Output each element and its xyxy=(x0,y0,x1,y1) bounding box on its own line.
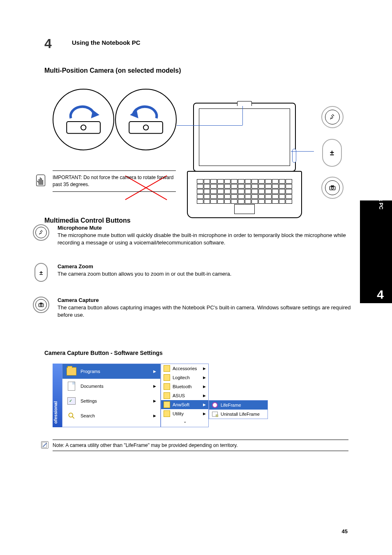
camera-icon xyxy=(35,299,47,311)
side-tab-number: 4 xyxy=(377,288,384,302)
plus-minus-icon: ± xyxy=(39,269,43,276)
arrow-right-icon: ▶ xyxy=(153,384,156,388)
svg-rect-1 xyxy=(67,122,100,134)
folder-icon xyxy=(164,410,170,417)
menu-column-1: Programs ▶ Documents ▶ ✓ Settings ▶ Sear… xyxy=(62,364,161,427)
start-menu: ofessional Programs ▶ Documents ▶ ✓ Sett… xyxy=(53,364,268,427)
menu-lifeframe[interactable]: LifeFrame xyxy=(209,401,267,410)
menu-item-label: Accessories xyxy=(173,366,197,371)
winxp-sidebar: ofessional xyxy=(53,364,62,427)
leader-line xyxy=(242,106,243,125)
svg-line-13 xyxy=(72,417,74,419)
folder-icon xyxy=(164,374,170,381)
mic-button-text: Microphone MuteThe microphone mute butto… xyxy=(58,224,353,247)
winxp-sidebar-text: ofessional xyxy=(53,401,58,424)
zoom-icon-callout: ± xyxy=(322,139,342,167)
arrow-right-icon: ▶ xyxy=(203,375,206,380)
camera-rotate-ok-diagram xyxy=(53,89,114,150)
plus-minus-icon: ± xyxy=(330,149,334,157)
note-text: Note: A camera utility other than "LifeF… xyxy=(53,442,238,448)
arrow-right-icon: ▶ xyxy=(203,403,206,407)
menu-item-label: Uninstall LifeFrame xyxy=(221,412,260,417)
subsection-heading: Camera Capture Button - Software Setting… xyxy=(44,349,163,357)
menu-documents[interactable]: Documents ▶ xyxy=(62,379,160,394)
menu-accessories[interactable]: Accessories▶ xyxy=(161,364,208,373)
caution-box: IMPORTANT: Do not force the camera to ro… xyxy=(53,170,176,192)
note-icon xyxy=(41,441,48,449)
settings-icon: ✓ xyxy=(67,396,76,406)
mic-button-icon xyxy=(33,224,49,241)
zoom-button-icon: ± xyxy=(35,263,48,282)
menu-column-2: Accessories▶ Logitech▶ Bluetooth▶ ASUS▶ … xyxy=(161,364,209,427)
menu-item-label: Documents xyxy=(81,384,104,389)
folder-icon xyxy=(67,366,76,376)
menu-column-3: LifeFrame Uninstall LifeFrame xyxy=(209,400,268,419)
leader-line xyxy=(291,151,314,152)
camera-icon-callout xyxy=(321,177,344,199)
menu-uninstall-lifeframe[interactable]: Uninstall LifeFrame xyxy=(209,410,267,419)
menu-bluetooth[interactable]: Bluetooth▶ xyxy=(161,382,208,391)
menu-item-label: Logitech xyxy=(173,375,190,380)
camera-heading: Multi-Position Camera (on selected model… xyxy=(44,67,181,74)
menu-item-label: ASUS xyxy=(173,393,185,398)
arrow-right-icon: ▶ xyxy=(153,369,156,373)
arrow-right-icon: ▶ xyxy=(203,366,206,371)
chapter-number: 4 xyxy=(44,36,52,51)
side-tab xyxy=(360,200,392,303)
camera-rotate-forbidden-diagram xyxy=(115,89,177,150)
menu-asus[interactable]: ASUS▶ xyxy=(161,391,208,400)
arrow-right-icon: ▶ xyxy=(203,394,206,398)
svg-rect-4 xyxy=(129,122,163,134)
search-icon xyxy=(67,411,76,421)
chapter-title: Using the Notebook PC xyxy=(72,39,141,46)
folder-icon xyxy=(164,365,170,372)
caution-hand-icon xyxy=(36,175,45,186)
arrow-right-icon: ▶ xyxy=(153,399,156,403)
caution-text: IMPORTANT: Do not force the camera to ro… xyxy=(53,174,176,188)
menu-anwsoft[interactable]: AnwSoft▶ xyxy=(161,400,208,409)
menu-settings[interactable]: ✓ Settings ▶ xyxy=(62,394,160,408)
mic-icon-callout xyxy=(321,106,344,128)
zoom-button-text: Camera ZoomThe camera zoom button allows… xyxy=(58,263,231,278)
arrow-right-icon: ▶ xyxy=(203,412,206,416)
svg-point-10 xyxy=(40,304,42,306)
menu-item-label: Utility xyxy=(173,411,184,416)
buttons-heading: Multimedia Control Buttons xyxy=(44,217,131,224)
menu-item-label: Programs xyxy=(81,369,100,374)
menu-item-label: AnwSoft xyxy=(173,402,189,407)
document-icon xyxy=(67,381,76,391)
expand-chevron-icon[interactable]: ⌄ xyxy=(161,418,208,424)
menu-utility[interactable]: Utility▶ xyxy=(161,409,208,418)
uninstall-icon xyxy=(212,411,218,417)
menu-item-label: Search xyxy=(81,413,95,418)
lifeframe-icon xyxy=(212,402,218,408)
arrow-right-icon: ▶ xyxy=(153,414,156,418)
menu-programs[interactable]: Programs ▶ xyxy=(62,364,160,379)
folder-icon xyxy=(164,401,170,408)
folder-icon xyxy=(164,383,170,390)
side-tab-text: Using the Notebook PC xyxy=(378,155,384,210)
note-box: Note: A camera utility other than "LifeF… xyxy=(53,440,348,451)
menu-item-label: Settings xyxy=(81,398,97,403)
microphone-icon xyxy=(325,110,340,124)
camera-icon xyxy=(325,180,340,195)
arrow-right-icon: ▶ xyxy=(203,385,206,389)
menu-item-label: Bluetooth xyxy=(173,384,191,389)
capture-button-icon xyxy=(33,297,49,313)
folder-icon xyxy=(164,392,170,399)
laptop-diagram xyxy=(187,103,302,218)
microphone-icon xyxy=(35,227,47,238)
menu-logitech[interactable]: Logitech▶ xyxy=(161,373,208,382)
menu-item-label: LifeFrame xyxy=(221,403,241,408)
capture-button-text: Camera CaptureThe camera button allows c… xyxy=(58,297,353,319)
footer-page-number: 45 xyxy=(342,528,348,534)
svg-point-7 xyxy=(331,187,333,189)
leader-line xyxy=(177,125,242,126)
menu-search[interactable]: Search ▶ xyxy=(62,408,160,423)
